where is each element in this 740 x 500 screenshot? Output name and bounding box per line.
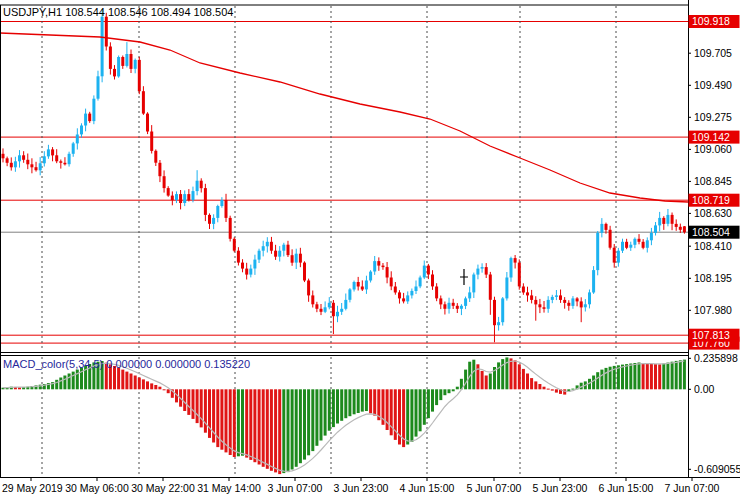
- price-badge-label: 108.719: [692, 194, 730, 206]
- candle-body: [555, 295, 558, 297]
- macd-bar: [592, 376, 595, 390]
- macd-bar: [278, 389, 281, 474]
- candle-body: [183, 194, 186, 203]
- candle-body: [402, 298, 405, 301]
- macd-bar: [373, 389, 376, 415]
- time-label: 30 May 06:00: [65, 482, 129, 494]
- ohlc-header: USDJPY,H1 108.544 108.546 108.494 108.50…: [3, 6, 233, 18]
- candle-body: [192, 191, 195, 200]
- macd-bar: [600, 370, 603, 390]
- macd-bar: [675, 361, 678, 389]
- macd-indicator-label: MACD_color(5,34,5) 0.000000 0.000000 0.1…: [3, 358, 250, 370]
- macd-bar: [642, 363, 645, 389]
- macd-bar: [266, 389, 269, 469]
- macd-bar: [633, 363, 636, 389]
- price-badge-label: 109.142: [692, 131, 730, 143]
- chart-window: USDJPY,H1 108.544 108.546 108.494 108.50…: [0, 0, 740, 500]
- macd-bar: [307, 389, 310, 455]
- price-badge-label: 107.813: [692, 329, 730, 341]
- macd-axis-label: 0.00: [694, 383, 715, 395]
- candle-body: [196, 181, 199, 191]
- macd-bar: [369, 389, 372, 413]
- candle-body: [200, 181, 203, 189]
- price-label: 109.705: [694, 47, 732, 59]
- macd-bar: [427, 389, 430, 418]
- candle-body: [92, 99, 95, 121]
- time-label: 7 Jun 07:00: [665, 482, 720, 494]
- macd-bar: [443, 389, 446, 395]
- candle-body: [72, 143, 75, 153]
- candle-body: [35, 167, 38, 170]
- macd-bar: [571, 389, 574, 390]
- macd-bar: [464, 370, 467, 390]
- candle-body: [625, 242, 628, 248]
- candle-body: [220, 200, 223, 206]
- candle-body: [101, 17, 104, 77]
- macd-axis-label: 0.235898: [694, 352, 738, 364]
- price-label: 108.630: [694, 207, 732, 219]
- macd-bar: [200, 389, 203, 427]
- macd-bar: [551, 389, 554, 390]
- candle-body: [22, 155, 25, 160]
- macd-bar: [514, 360, 517, 389]
- candle-body: [361, 287, 364, 290]
- candle-body: [59, 161, 62, 163]
- macd-bar: [485, 376, 488, 390]
- macd-bar: [233, 389, 236, 457]
- macd-bar: [150, 383, 153, 389]
- macd-bar: [245, 389, 248, 457]
- candle-body: [646, 240, 649, 248]
- candle-body: [505, 278, 508, 299]
- candle-body: [97, 76, 100, 98]
- macd-bar: [472, 360, 475, 390]
- candle-body: [121, 57, 124, 66]
- candle-body: [377, 261, 380, 266]
- candle-body: [278, 251, 281, 257]
- candle-body: [6, 158, 9, 163]
- macd-bar: [253, 389, 256, 462]
- candle-body: [303, 263, 306, 281]
- candle-body: [109, 47, 112, 69]
- candle-body: [324, 307, 327, 312]
- time-label: 3 Jun 23:00: [334, 482, 389, 494]
- candle-body: [666, 215, 669, 224]
- candle-body: [154, 151, 157, 163]
- candle-body: [448, 303, 451, 309]
- candle-body: [249, 269, 252, 275]
- candle-body: [629, 245, 632, 248]
- price-label: 109.060: [694, 143, 732, 155]
- candle-body: [369, 272, 372, 281]
- macd-bar: [340, 389, 343, 421]
- macd-bar: [167, 389, 170, 393]
- candle-body: [563, 300, 566, 303]
- candle-body: [179, 194, 182, 203]
- macd-bar: [134, 376, 137, 390]
- candle-body: [340, 309, 343, 312]
- macd-bar: [452, 389, 455, 391]
- candle-body: [485, 267, 488, 275]
- candle-body: [216, 206, 219, 218]
- macd-bar: [638, 363, 641, 390]
- candle-body: [596, 233, 599, 270]
- candle-body: [130, 54, 133, 69]
- macd-bar: [291, 389, 294, 469]
- price-label: 108.410: [694, 240, 732, 252]
- macd-bar: [456, 387, 459, 390]
- candle-body: [51, 149, 54, 155]
- candle-body: [274, 251, 277, 257]
- time-label: 31 May 14:00: [197, 482, 261, 494]
- macd-bar: [282, 389, 285, 473]
- time-label: 4 Jun 15:00: [400, 482, 455, 494]
- candle-body: [526, 292, 529, 295]
- candle-body: [30, 164, 33, 167]
- macd-bar: [563, 389, 566, 394]
- chart-canvas[interactable]: 109.918109.705109.490109.275109.142109.0…: [0, 0, 740, 500]
- candle-body: [163, 176, 166, 188]
- candle-body: [675, 224, 678, 227]
- macd-bar: [435, 389, 438, 405]
- candle-body: [282, 245, 285, 251]
- macd-bar: [683, 360, 686, 390]
- macd-bar: [666, 363, 669, 390]
- macd-bar: [146, 381, 149, 389]
- candle-body: [10, 163, 13, 168]
